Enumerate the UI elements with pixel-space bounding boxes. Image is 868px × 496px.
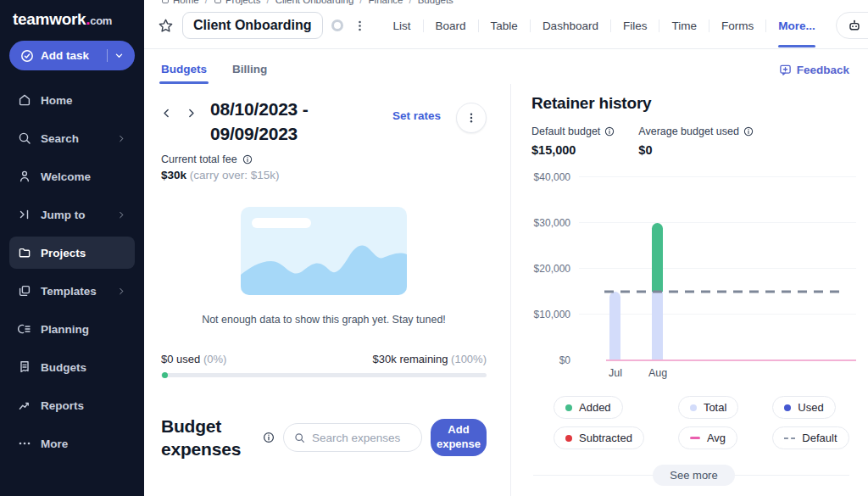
breadcrumb-item[interactable]: Home [161,0,199,5]
kebab-menu-icon[interactable] [352,20,368,32]
breadcrumb: Home/Projects/Client Onboarding/Finance/… [144,0,868,6]
add-task-label: Add task [41,49,89,62]
legend-marker-avg [690,437,700,439]
add-expense-button[interactable]: Add expense [431,419,487,456]
bar-added-aug [652,223,663,292]
sidebar-item-templates[interactable]: Templates [9,275,135,307]
breadcrumb-separator: / [409,0,411,5]
tab-time[interactable]: Time [671,14,697,37]
sidebar-item-welcome[interactable]: Welcome [9,160,135,192]
legend-marker-subtracted [565,435,572,442]
planning-icon [18,322,31,336]
period-range: 08/10/2023 - 09/09/2023 [210,98,364,147]
set-rates-link[interactable]: Set rates [392,98,441,122]
legend-avg[interactable]: Avg [678,426,737,449]
tab-separator [423,20,424,32]
sidebar-item-label: More [41,437,68,450]
sidebar-item-label: Search [41,132,79,145]
info-icon[interactable] [242,154,253,164]
retainer-history-chart: $0$10,000$20,000$30,000$40,000 JulAug [531,177,856,382]
period-row: 08/10/2023 - 09/09/2023 Set rates [161,98,487,147]
sidebar-item-projects[interactable]: Projects [9,237,135,269]
content: BudgetsBilling Feedback [144,49,868,496]
sidebar-item-jump-to[interactable]: Jump to [9,198,135,231]
feedback-icon [779,64,792,76]
info-icon[interactable] [263,432,275,443]
empty-graph-message: Not enough data to show this graph yet. … [161,314,487,326]
info-icon[interactable] [604,126,615,137]
tab-forms[interactable]: Forms [721,14,754,37]
tab-separator [659,20,659,32]
sidebar-item-home[interactable]: Home [9,84,135,116]
sidebar-item-planning[interactable]: Planning [9,313,135,345]
breadcrumb-item[interactable]: Budgets [418,0,453,5]
remaining-amount: $30k remaining (100%) [373,353,487,365]
legend-added[interactable]: Added [554,396,623,419]
check-circle-icon [20,49,34,63]
add-task-button[interactable]: Add task [9,41,135,70]
y-tick-label: $10,000 [534,309,570,320]
see-more-button[interactable]: See more [653,465,734,486]
bar-total-jul [609,292,620,360]
feedback-button[interactable]: Feedback [779,64,849,83]
tab-dashboard[interactable]: Dashboard [542,14,598,37]
button-divider [107,49,108,62]
tab-list[interactable]: List [393,14,411,37]
tab-board[interactable]: Board [436,14,466,37]
sidebar-item-search[interactable]: Search [9,122,135,154]
usage-summary: $0 used (0%) $30k remaining (100%) [161,353,487,365]
average-budget-stat: Average budget used $0 [638,125,754,157]
budget-progress-bar [161,373,487,377]
home-icon [18,93,31,107]
brand-logo[interactable]: teamwork.com [9,8,135,41]
search-icon [294,432,305,443]
budgets-icon [18,360,31,374]
budget-panel: 08/10/2023 - 09/09/2023 Set rates Curren… [144,84,510,496]
breadcrumb-item[interactable]: Client Onboarding [275,0,354,5]
average-budget-value: $0 [638,143,754,157]
legend-marker-total [690,404,697,411]
breadcrumb-item[interactable]: Finance [369,0,403,5]
chevron-right-icon [117,287,126,296]
legend-default[interactable]: Default [772,426,849,449]
more-icon [18,437,31,450]
breadcrumb-separator: / [205,0,208,5]
subtab-budgets[interactable]: Budgets [161,63,207,84]
chevron-right-icon [117,210,126,220]
budget-options-button[interactable] [456,103,487,133]
chevron-right-icon[interactable] [186,108,197,119]
sidebar-item-budgets[interactable]: Budgets [9,351,135,383]
current-total-fee-label: Current total fee [161,153,487,165]
search-expenses-input[interactable] [312,432,411,444]
x-tick-label: Aug [641,367,675,379]
chevron-left-icon[interactable] [161,108,172,119]
tab-more[interactable]: More... [778,14,815,37]
tab-separator [610,20,611,32]
automate-button[interactable]: Automate [836,12,868,39]
project-header: Client Onboarding ListBoardTableDashboar… [144,6,868,49]
sidebar-item-reports[interactable]: Reports [9,389,135,421]
main-area: Home/Projects/Client Onboarding/Finance/… [144,0,868,496]
current-total-fee-value: $30k (carry over: $15k) [161,169,487,181]
sidebar-nav: Home Search Welcome Jump to Projects Tem… [9,84,135,460]
info-icon[interactable] [743,126,754,137]
legend-total[interactable]: Total [678,396,738,419]
tab-table[interactable]: Table [491,14,518,37]
project-title[interactable]: Client Onboarding [182,12,323,39]
subtab-billing[interactable]: Billing [232,63,267,84]
robot-icon [848,19,861,32]
legend-subtracted[interactable]: Subtracted [554,426,644,449]
chart-legend: Added Total Used Subtracted Avg Default [554,396,849,449]
tab-separator [709,20,709,32]
templates-icon [18,284,31,298]
sidebar-item-more[interactable]: More [9,427,135,460]
breadcrumb-item[interactable]: Projects [214,0,261,5]
y-tick-label: $30,000 [534,217,570,229]
reference-line-default [604,291,846,293]
star-icon[interactable] [158,18,174,34]
chevron-down-icon[interactable] [114,51,124,60]
sidebar-item-label: Home [41,94,73,107]
legend-used[interactable]: Used [772,396,835,419]
project-status-ring[interactable] [331,20,343,31]
tab-files[interactable]: Files [623,14,648,37]
